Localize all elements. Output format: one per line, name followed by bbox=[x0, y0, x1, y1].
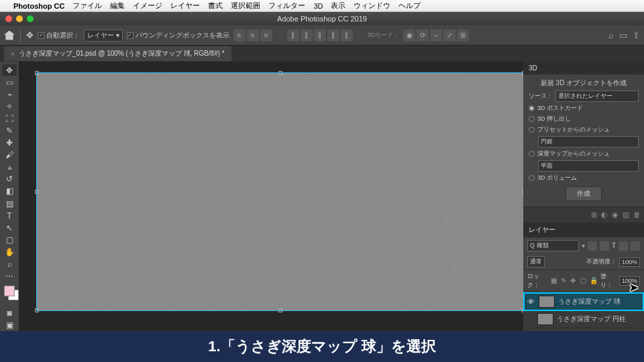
align-icon[interactable]: ‖ bbox=[314, 29, 326, 42]
transform-handle[interactable] bbox=[35, 190, 39, 194]
transform-handle[interactable] bbox=[35, 71, 39, 75]
depth-mesh-select[interactable]: 平面 bbox=[538, 160, 639, 172]
marquee-tool[interactable]: ▭ bbox=[2, 76, 17, 88]
radio-depth-mesh[interactable] bbox=[529, 151, 535, 157]
layer-thumbnail[interactable] bbox=[539, 296, 555, 308]
canvas[interactable] bbox=[36, 72, 525, 311]
search-icon[interactable]: ⌕ bbox=[608, 30, 614, 40]
auto-select-checkbox[interactable]: ✓自動選択： bbox=[38, 31, 80, 40]
3d-mode-icon[interactable]: ⊞ bbox=[457, 29, 469, 42]
move-tool[interactable]: ✥ bbox=[2, 64, 17, 76]
filter-pixel-icon[interactable] bbox=[588, 241, 597, 251]
close-tab-icon[interactable]: × bbox=[11, 50, 15, 58]
close-icon[interactable] bbox=[5, 15, 12, 22]
canvas-area[interactable] bbox=[19, 62, 523, 331]
transform-handle[interactable] bbox=[35, 308, 39, 312]
filter-adjust-icon[interactable] bbox=[600, 241, 609, 251]
menu-file[interactable]: ファイル bbox=[72, 1, 102, 11]
opt-preset-mesh[interactable]: プリセットからのメッシュ bbox=[537, 125, 610, 134]
filter-shape-icon[interactable] bbox=[619, 241, 628, 251]
align-icon[interactable]: ‖ bbox=[327, 29, 339, 42]
layer-item-sphere[interactable]: 👁 うさぎ深度マップ 球 bbox=[523, 292, 644, 311]
transform-handle[interactable] bbox=[278, 71, 282, 75]
menu-layer[interactable]: レイヤー bbox=[170, 1, 200, 11]
align-icon[interactable]: ≡ bbox=[260, 29, 272, 42]
history-brush-tool[interactable]: ↺ bbox=[2, 174, 17, 185]
menu-type[interactable]: 書式 bbox=[208, 1, 223, 11]
menu-edit[interactable]: 編集 bbox=[110, 1, 125, 11]
hand-tool[interactable]: ✋ bbox=[2, 246, 17, 257]
align-icon[interactable]: ‖ bbox=[287, 29, 299, 42]
share-icon[interactable]: ⇪ bbox=[633, 30, 640, 40]
3d-mode-icon[interactable]: ⤢ bbox=[443, 29, 455, 42]
menu-filter[interactable]: フィルター bbox=[268, 1, 305, 11]
lock-paint-icon[interactable]: ✎ bbox=[561, 277, 568, 285]
layer-item-cylinder[interactable]: うさぎ深度マップ 円柱 bbox=[523, 311, 644, 328]
minimize-icon[interactable] bbox=[16, 15, 23, 22]
document-tab[interactable]: × うさぎ深度マップ_01.psd @ 100% (うさぎ深度マップ 球, RG… bbox=[4, 46, 231, 61]
eraser-tool[interactable]: ◧ bbox=[2, 186, 17, 197]
auto-select-target[interactable]: レイヤー ▾ bbox=[84, 29, 123, 42]
opt-volume[interactable]: 3D ボリューム bbox=[537, 174, 577, 182]
lock-all-icon[interactable]: 🔒 bbox=[590, 277, 598, 285]
3d-mode-icon[interactable]: ◉ bbox=[403, 29, 415, 42]
3d-mode-icon[interactable]: ⟳ bbox=[417, 29, 429, 42]
align-icon[interactable]: ‖ bbox=[341, 29, 353, 42]
magic-wand-tool[interactable]: ✧ bbox=[2, 101, 17, 112]
screenmode-icon[interactable]: ▣ bbox=[2, 320, 17, 331]
zoom-tool[interactable]: ⌕ bbox=[2, 259, 17, 270]
3d-mode-icon[interactable]: ↔ bbox=[430, 29, 442, 42]
align-icon[interactable]: ≡ bbox=[233, 29, 246, 42]
brush-tool[interactable]: 🖌 bbox=[2, 149, 17, 161]
transform-handle[interactable] bbox=[278, 308, 282, 312]
edit-toolbar-icon[interactable]: ⋯ bbox=[2, 271, 17, 282]
panel-tab-layers[interactable]: レイヤー bbox=[523, 223, 644, 237]
app-name[interactable]: Photoshop CC bbox=[13, 2, 64, 10]
menu-3d[interactable]: 3D bbox=[313, 2, 323, 10]
home-icon[interactable] bbox=[4, 31, 15, 40]
eyedropper-tool[interactable]: ✎ bbox=[2, 125, 17, 136]
layer-thumbnail[interactable] bbox=[537, 313, 553, 325]
menu-view[interactable]: 表示 bbox=[331, 1, 345, 11]
panel-icon[interactable]: ◐ bbox=[601, 210, 608, 219]
stamp-tool[interactable]: ⟁ bbox=[2, 162, 17, 173]
lock-artboard-icon[interactable]: ▢ bbox=[580, 277, 587, 285]
filter-type-icon[interactable]: T bbox=[612, 242, 616, 249]
filter-smart-icon[interactable] bbox=[631, 241, 640, 251]
color-swatches[interactable] bbox=[4, 286, 15, 307]
panel-icon[interactable]: ⊞ bbox=[591, 210, 597, 219]
radio-extrude[interactable] bbox=[529, 116, 535, 122]
radio-volume[interactable] bbox=[529, 175, 535, 181]
opt-extrude[interactable]: 3D 押し出し bbox=[537, 115, 571, 123]
opt-postcard[interactable]: 3D ポストカード bbox=[537, 104, 583, 113]
path-tool[interactable]: ↖ bbox=[2, 222, 17, 233]
radio-postcard[interactable] bbox=[529, 105, 535, 111]
panel-tab-3d[interactable]: 3D bbox=[523, 62, 644, 74]
create-button[interactable]: 作成 bbox=[566, 186, 602, 201]
blend-mode-select[interactable]: 通常 bbox=[527, 256, 545, 267]
crop-tool[interactable]: ⛶ bbox=[2, 113, 17, 124]
lock-pixels-icon[interactable]: ▦ bbox=[551, 277, 557, 285]
layer-filter-search[interactable]: Q 種類 bbox=[527, 240, 579, 251]
move-tool-icon[interactable]: ✥ bbox=[26, 30, 34, 40]
visibility-icon[interactable]: 👁 bbox=[527, 298, 535, 306]
foreground-color[interactable] bbox=[4, 286, 15, 296]
menu-image[interactable]: イメージ bbox=[133, 1, 162, 11]
opacity-input[interactable]: 100% bbox=[619, 257, 640, 267]
fullscreen-icon[interactable] bbox=[27, 15, 34, 22]
gradient-tool[interactable]: ▤ bbox=[2, 198, 17, 209]
panel-icon[interactable]: ▥ bbox=[623, 210, 629, 219]
panel-icon[interactable]: ◉ bbox=[612, 210, 619, 219]
align-icon[interactable]: ≡ bbox=[247, 29, 259, 42]
lasso-tool[interactable]: ⌁ bbox=[2, 88, 17, 100]
bounding-checkbox[interactable]: ✓バウンディングボックスを表示 bbox=[127, 31, 229, 40]
healing-tool[interactable]: ✚ bbox=[2, 137, 17, 149]
trash-icon[interactable]: 🗑 bbox=[633, 210, 641, 219]
menu-select[interactable]: 選択範囲 bbox=[231, 1, 260, 11]
menu-help[interactable]: ヘルプ bbox=[398, 1, 421, 11]
traffic-lights[interactable] bbox=[5, 15, 34, 22]
shape-tool[interactable]: ▢ bbox=[2, 234, 17, 245]
workspace-icon[interactable]: ▭ bbox=[619, 30, 627, 40]
preset-mesh-select[interactable]: 円錐 bbox=[538, 136, 639, 147]
menu-window[interactable]: ウィンドウ bbox=[354, 1, 390, 11]
